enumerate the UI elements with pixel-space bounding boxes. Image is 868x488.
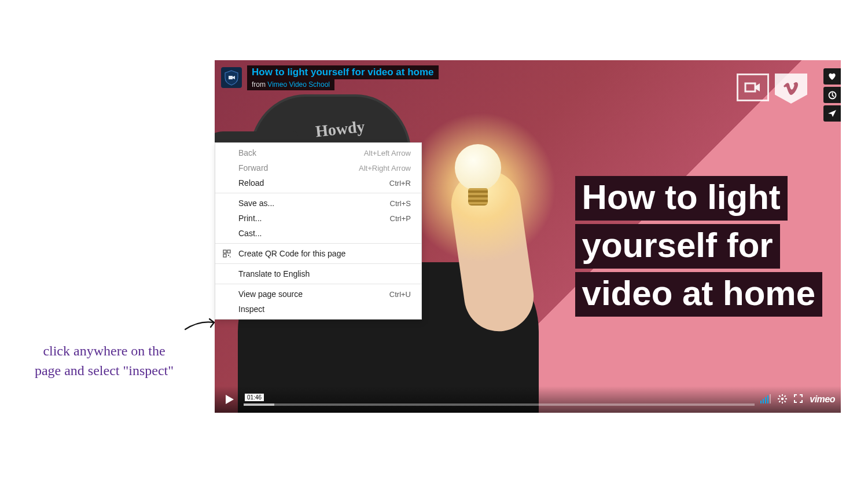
paper-plane-icon bbox=[827, 109, 837, 118]
from-prefix: from bbox=[252, 80, 267, 89]
thumbnail-title-line2: yourself for bbox=[575, 224, 780, 269]
context-menu-item-label: Inspect bbox=[238, 304, 264, 314]
context-menu-separator bbox=[215, 284, 421, 284]
svg-rect-15 bbox=[228, 255, 229, 256]
clock-icon bbox=[828, 91, 837, 100]
svg-rect-13 bbox=[227, 250, 230, 253]
progress-bar-wrap[interactable]: 01:46 bbox=[244, 393, 755, 406]
context-menu-item-label: Translate to English bbox=[238, 269, 310, 278]
svg-rect-16 bbox=[230, 256, 231, 258]
context-menu-item-shortcut: Alt+Right Arrow bbox=[359, 164, 411, 173]
context-menu-separator bbox=[215, 263, 421, 264]
thumbnail-title-line1: How to light bbox=[575, 176, 788, 221]
volume-control[interactable] bbox=[760, 395, 771, 403]
context-menu-separator bbox=[215, 193, 421, 193]
play-button[interactable] bbox=[220, 391, 238, 408]
video-title-badge: How to light yourself for video at home … bbox=[221, 65, 439, 90]
annotation-line1: click anywhere on the bbox=[17, 342, 191, 361]
context-menu-item-label: View page source bbox=[238, 289, 303, 299]
watch-later-button[interactable] bbox=[823, 87, 841, 103]
svg-line-11 bbox=[785, 395, 786, 397]
qr-code-icon bbox=[222, 249, 231, 258]
top-right-badges bbox=[737, 74, 807, 104]
settings-button[interactable] bbox=[778, 394, 787, 405]
share-button[interactable] bbox=[823, 105, 841, 122]
instruction-annotation: click anywhere on the page and select "i… bbox=[17, 342, 191, 380]
svg-point-3 bbox=[781, 397, 784, 400]
like-button[interactable] bbox=[823, 68, 841, 85]
context-menu-item-label: Forward bbox=[238, 163, 268, 173]
svg-rect-0 bbox=[229, 76, 233, 79]
context-menu-item-shortcut: Ctrl+R bbox=[389, 179, 411, 188]
context-menu-item-save-as[interactable]: Save as...Ctrl+S bbox=[215, 196, 421, 211]
vimeo-logo-link[interactable]: vimeo bbox=[810, 394, 835, 405]
context-menu-item-shortcut: Alt+Left Arrow bbox=[364, 149, 411, 157]
context-menu-item-translate-to-english[interactable]: Translate to English bbox=[215, 266, 421, 281]
context-menu-item-forward: ForwardAlt+Right Arrow bbox=[215, 160, 421, 175]
play-icon bbox=[223, 393, 236, 406]
right-controls: vimeo bbox=[760, 394, 835, 405]
annotation-arrow-icon bbox=[184, 315, 219, 333]
context-menu-item-label: Create QR Code for this page bbox=[238, 249, 345, 258]
vimeo-shield-badge[interactable] bbox=[775, 74, 807, 104]
fullscreen-button[interactable] bbox=[794, 394, 803, 405]
context-menu-item-reload[interactable]: ReloadCtrl+R bbox=[215, 175, 421, 190]
context-menu-item-print[interactable]: Print...Ctrl+P bbox=[215, 211, 421, 226]
context-menu-item-create-qr-code-for-this-page[interactable]: Create QR Code for this page bbox=[215, 246, 421, 261]
context-menu-item-back: BackAlt+Left Arrow bbox=[215, 145, 421, 160]
fullscreen-icon bbox=[794, 394, 803, 403]
context-menu-item-label: Cast... bbox=[238, 229, 262, 238]
context-menu-item-cast[interactable]: Cast... bbox=[215, 226, 421, 241]
shield-video-icon bbox=[223, 69, 240, 86]
video-title-lines: How to light yourself for video at home … bbox=[247, 65, 439, 90]
context-menu-separator bbox=[215, 243, 421, 244]
context-menu-item-inspect[interactable]: Inspect bbox=[215, 302, 421, 317]
annotation-line2: page and select "inspect" bbox=[17, 361, 191, 381]
channel-avatar[interactable] bbox=[221, 67, 242, 88]
cap-text: Howdy bbox=[315, 118, 366, 141]
current-time-label: 01:46 bbox=[245, 394, 264, 401]
thumbnail-title: How to light yourself for video at home bbox=[575, 176, 822, 320]
video-camera-icon bbox=[744, 81, 762, 94]
svg-line-9 bbox=[785, 401, 786, 402]
side-action-buttons bbox=[823, 68, 841, 122]
gear-icon bbox=[778, 394, 787, 403]
context-menu-item-label: Print... bbox=[238, 214, 262, 223]
svg-rect-12 bbox=[223, 250, 226, 253]
svg-line-10 bbox=[779, 401, 781, 402]
video-title-link[interactable]: How to light yourself for video at home bbox=[247, 65, 439, 79]
context-menu-item-shortcut: Ctrl+S bbox=[390, 199, 411, 208]
vimeo-v-icon bbox=[782, 81, 800, 96]
context-menu: BackAlt+Left ArrowForwardAlt+Right Arrow… bbox=[215, 142, 422, 320]
context-menu-item-shortcut: Ctrl+P bbox=[390, 214, 411, 223]
heart-icon bbox=[827, 72, 837, 80]
context-menu-item-view-page-source[interactable]: View page sourceCtrl+U bbox=[215, 287, 421, 302]
thumbnail-title-line3: video at home bbox=[575, 272, 822, 317]
progress-loaded bbox=[244, 403, 274, 406]
channel-link[interactable]: Vimeo Video School bbox=[267, 80, 330, 89]
context-menu-item-label: Save as... bbox=[238, 199, 274, 208]
svg-line-8 bbox=[779, 395, 781, 397]
progress-track[interactable] bbox=[244, 403, 755, 406]
svg-rect-14 bbox=[223, 254, 226, 257]
context-menu-item-label: Reload bbox=[238, 178, 264, 188]
camera-badge[interactable] bbox=[737, 74, 769, 101]
player-controls: 01:46 vimeo bbox=[215, 386, 841, 413]
context-menu-item-shortcut: Ctrl+U bbox=[389, 290, 411, 299]
video-byline: from Vimeo Video School bbox=[247, 79, 334, 90]
svg-rect-1 bbox=[745, 83, 755, 91]
lightbulb-icon bbox=[455, 144, 501, 208]
context-menu-item-label: Back bbox=[238, 148, 256, 157]
